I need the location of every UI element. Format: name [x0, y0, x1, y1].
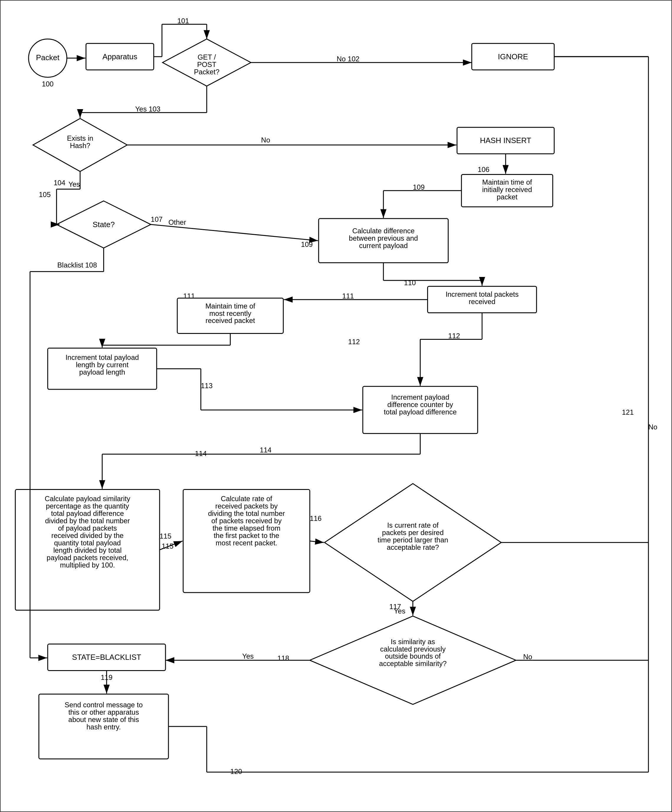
calc-diff-l3: current payload — [359, 242, 408, 249]
state-blacklist-label: STATE=BLACKLIST — [72, 653, 141, 661]
step-109-label: 109 — [413, 183, 425, 191]
incr-diff-l1: Increment payload — [391, 393, 449, 401]
maintain-recent-l1: Maintain time of — [205, 302, 255, 310]
is-sim-l3: outside bounds of — [385, 652, 441, 660]
step-102-label: No 102 — [337, 55, 359, 63]
yes-118: Yes — [242, 652, 254, 660]
maintain-initial-l1: Maintain time of — [482, 178, 532, 186]
step-111: 111 — [183, 292, 195, 300]
apparatus-label: Apparatus — [102, 53, 137, 61]
is-rate-l3: time period larger than — [378, 536, 449, 544]
state-label: State? — [93, 220, 115, 229]
send-ctrl-l4: hash entry. — [87, 723, 121, 731]
calc-diff-l2: between previous and — [349, 234, 418, 242]
incr-packets-l2: received — [469, 298, 495, 305]
calc-sim-l9: payload packets received, — [47, 554, 128, 561]
step-112: 112 — [348, 338, 360, 346]
is-rate-l4: acceptable rate? — [387, 543, 439, 551]
step-121: 121 — [622, 408, 634, 416]
get-post-label: GET / — [198, 53, 216, 61]
svg-line-42 — [310, 541, 324, 542]
maintain-initial-l3: packet — [497, 193, 518, 201]
get-post-label3: Packet? — [194, 68, 220, 76]
get-post-label2: POST — [197, 60, 217, 68]
step-111-label: 111 — [342, 292, 354, 300]
step-104-label: No — [261, 136, 270, 144]
send-ctrl-l1: Send control message to — [65, 701, 143, 709]
step-101-label: 101 — [177, 17, 189, 25]
step-103-label: Yes 103 — [135, 105, 160, 113]
other-label: Other — [169, 218, 186, 226]
ignore-label: IGNORE — [498, 53, 528, 61]
incr-payload-l3: payload length — [79, 368, 125, 376]
incr-diff-l2: difference counter by — [387, 401, 453, 408]
incr-diff-l3: total payload difference — [384, 408, 457, 416]
yes-label-105: Yes — [68, 180, 80, 188]
no-label-right: No — [648, 423, 658, 431]
calc-sim-l8: length divided by total — [53, 546, 122, 554]
packet-label: Packet — [36, 53, 60, 61]
is-rate-l1: Is current rate of — [387, 521, 439, 529]
send-ctrl-l2: this or other apparatus — [68, 708, 139, 716]
calc-sim-l4: divided by the total number — [45, 517, 130, 525]
exists-hash-label: Exists in — [67, 134, 93, 142]
calc-sim-l6: received divided by the — [51, 532, 124, 539]
step-116: 116 — [310, 514, 322, 522]
incr-packets-l1: Increment total packets — [445, 290, 518, 298]
is-sim-l1: Is similarity as — [391, 638, 435, 646]
is-rate-l2: packets per desired — [382, 529, 443, 537]
yes-117: Yes — [394, 607, 405, 615]
step-105: 105 — [39, 191, 51, 198]
step-106: 106 — [478, 165, 490, 174]
calc-sim-l7: quantity total payload — [54, 539, 121, 547]
calc-sim-l10: multiplied by 100. — [60, 561, 115, 569]
calc-rate-l2: received packets by — [215, 502, 278, 510]
blacklist-label: Blacklist 108 — [57, 261, 97, 269]
calc-diff-l1: Calculate difference — [352, 227, 414, 235]
step-113: 113 — [201, 382, 213, 390]
is-sim-l2: calculated previously — [380, 645, 445, 653]
calc-rate-l1: Calculate rate of — [221, 495, 272, 503]
flowchart-diagram: Packet 100 Apparatus GET / POST Packet? … — [0, 0, 672, 812]
calc-rate-l3: dividing the total number — [208, 509, 285, 517]
step-112-label: 112 — [448, 332, 460, 340]
step-120: 120 — [230, 768, 242, 775]
step-107: 107 — [151, 215, 162, 223]
is-sim-l4: acceptable similarity? — [379, 660, 447, 667]
step-118: 118 — [277, 654, 289, 662]
calc-sim-l2: percentage as the quantity — [46, 502, 129, 510]
no-118: No — [523, 653, 532, 661]
maintain-initial-l2: initially received — [482, 186, 532, 193]
calc-rate-l6: the first packet to the — [213, 532, 279, 539]
step-109: 109 — [301, 241, 313, 248]
calc-sim-l3: total payload difference — [51, 509, 124, 517]
calc-rate-l4: of packets received by — [211, 517, 281, 525]
calc-sim-l1: Calculate payload similarity — [44, 495, 130, 503]
step-114-label: 114 — [259, 446, 271, 454]
step-115-label: 115 — [162, 542, 174, 550]
incr-payload-l2: length by current — [76, 361, 129, 369]
step-115: 115 — [160, 532, 171, 540]
step-114: 114 — [195, 450, 207, 457]
svg-line-21 — [151, 224, 318, 241]
send-ctrl-l3: about new state of this — [68, 716, 139, 723]
step-104: 104 — [54, 179, 65, 187]
exists-hash-label2: Hash? — [70, 142, 90, 150]
incr-payload-l1: Increment total payload — [65, 353, 139, 361]
maintain-recent-l3: received packet — [206, 316, 255, 324]
calc-sim-l5: of payload packets — [58, 524, 117, 532]
hash-insert-label: HASH INSERT — [480, 136, 531, 145]
calc-rate-l5: the time elapsed from — [212, 524, 280, 532]
maintain-recent-l2: most recently — [209, 309, 251, 317]
step-110: 110 — [404, 279, 416, 287]
step-100: 100 — [42, 80, 54, 88]
calc-rate-l7: most recent packet. — [216, 539, 277, 547]
